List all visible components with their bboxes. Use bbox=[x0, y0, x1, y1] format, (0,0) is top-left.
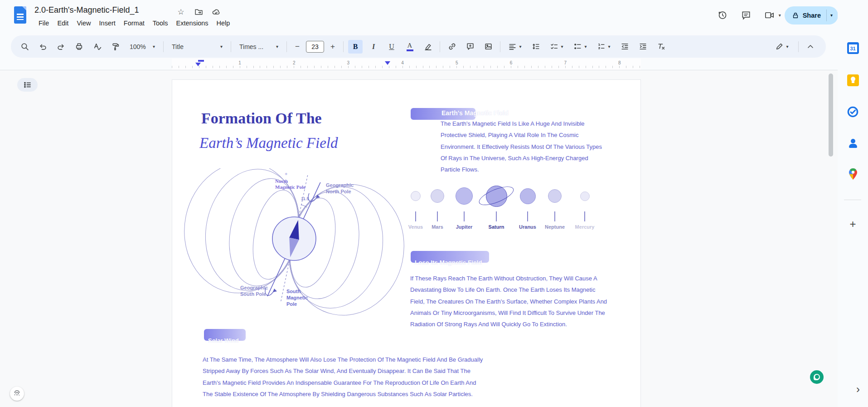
share-label: Share bbox=[803, 12, 821, 19]
align-button[interactable]: ▾ bbox=[505, 40, 525, 54]
collapse-panel-chevron[interactable]: › bbox=[856, 384, 860, 395]
menu-format[interactable]: Format bbox=[120, 19, 149, 28]
paragraph-line[interactable]: Stripped Away By Forces Such As The Sola… bbox=[203, 368, 483, 379]
hide-menus-button[interactable] bbox=[803, 40, 818, 54]
planet-label: Jupiter bbox=[456, 224, 473, 230]
axis-angle-label: 11.5 bbox=[301, 196, 309, 201]
document-page[interactable]: Formation Of The Earth’s Magnetic Field bbox=[172, 79, 641, 407]
planet-circle bbox=[431, 189, 444, 203]
magnetic-field-diagram[interactable]: 11.5 ✦ North Magnetic Pole Geographic No… bbox=[182, 168, 408, 318]
ruler-number: 1 bbox=[238, 60, 241, 65]
left-indent-marker[interactable] bbox=[195, 63, 201, 66]
paragraph-line[interactable]: Environment. It Effectively Resists Most… bbox=[441, 143, 602, 155]
document-title[interactable]: 2.0-Earth's-Magnetic-Field_1 bbox=[34, 5, 139, 15]
menu-extensions[interactable]: Extensions bbox=[172, 19, 213, 28]
insert-link-button[interactable] bbox=[445, 40, 459, 54]
underline-button[interactable]: U bbox=[384, 40, 399, 54]
paint-format-button[interactable] bbox=[108, 40, 122, 54]
svg-text:South Pole: South Pole bbox=[240, 291, 266, 297]
move-folder-icon[interactable] bbox=[194, 7, 204, 17]
italic-button[interactable]: I bbox=[366, 40, 381, 54]
checklist-button[interactable]: ▾ bbox=[547, 40, 567, 54]
fingerprint-button[interactable] bbox=[10, 387, 24, 401]
search-menus-button[interactable] bbox=[17, 40, 32, 54]
section-chip-earths-magnetic-field[interactable]: Earth's Magnetic Field bbox=[411, 108, 475, 120]
paragraph-line[interactable]: The Stable Existence Of The Atmosphere B… bbox=[203, 391, 483, 402]
contacts-button[interactable] bbox=[844, 134, 862, 152]
meet-video-icon[interactable] bbox=[761, 6, 779, 25]
bold-button[interactable]: B bbox=[348, 40, 363, 54]
comments-icon[interactable] bbox=[737, 6, 755, 25]
paragraph-line[interactable]: Radiation Of Strong Rays And Will Quickl… bbox=[410, 321, 607, 332]
document-tabs-button[interactable] bbox=[17, 78, 38, 92]
maps-icon bbox=[848, 168, 858, 181]
calendar-button[interactable]: 31 bbox=[844, 39, 862, 57]
line-spacing-button[interactable] bbox=[529, 40, 543, 54]
print-button[interactable] bbox=[72, 40, 86, 54]
cloud-saved-icon[interactable] bbox=[211, 7, 221, 17]
share-dropdown[interactable]: ▾ bbox=[826, 10, 838, 21]
font-select[interactable]: Times ...▾ bbox=[236, 40, 282, 54]
numbered-list-button[interactable]: ▾ bbox=[594, 40, 614, 54]
get-addons-button[interactable]: + bbox=[844, 215, 862, 233]
decrease-indent-button[interactable] bbox=[617, 40, 632, 54]
vertical-scrollbar[interactable] bbox=[829, 74, 833, 157]
increase-font-size-button[interactable]: + bbox=[327, 40, 339, 54]
first-line-indent-marker[interactable] bbox=[198, 60, 204, 62]
horizontal-ruler[interactable]: 12345678 bbox=[0, 59, 838, 70]
zoom-select[interactable]: 100%▾ bbox=[126, 40, 159, 54]
assistant-chat-fab[interactable] bbox=[810, 370, 824, 384]
menu-view[interactable]: View bbox=[73, 19, 95, 28]
undo-button[interactable] bbox=[35, 40, 50, 54]
menu-file[interactable]: File bbox=[34, 19, 53, 28]
svg-text:✦: ✦ bbox=[284, 172, 288, 177]
paragraph-extinction[interactable]: If These Rays Reach The Earth Without Ob… bbox=[410, 275, 607, 332]
planet-circle bbox=[411, 191, 421, 201]
maps-button[interactable] bbox=[844, 165, 862, 183]
highlight-color-button[interactable] bbox=[421, 40, 435, 54]
redo-button[interactable] bbox=[53, 40, 68, 54]
menu-tools[interactable]: Tools bbox=[149, 19, 172, 28]
paragraph-style-select[interactable]: Title▾ bbox=[168, 40, 226, 54]
doc-heading-line2[interactable]: Earth’s Magnetic Field bbox=[199, 135, 338, 152]
tasks-button[interactable] bbox=[844, 103, 862, 121]
paragraph-line[interactable]: If These Rays Reach The Earth Without Ob… bbox=[410, 275, 607, 286]
decrease-font-size-button[interactable]: − bbox=[291, 40, 303, 54]
font-size-input[interactable]: 23 bbox=[306, 41, 324, 53]
planet-label: Uranus bbox=[519, 224, 536, 230]
paragraph-line[interactable]: Animals Or Tiny Microorganisms, Will Fin… bbox=[410, 309, 607, 321]
paragraph-line[interactable]: Devastating Blow To Life On Earth. Once … bbox=[410, 286, 607, 298]
add-comment-button[interactable] bbox=[463, 40, 477, 54]
docs-logo-icon[interactable] bbox=[14, 6, 26, 24]
paragraph-line[interactable]: Particle Flows. bbox=[441, 166, 602, 177]
paragraph-line[interactable]: Of Rays in The Universe, Such As High-En… bbox=[441, 155, 602, 166]
paragraph-line[interactable]: The Earth's Magnetic Field Is Like A Hug… bbox=[441, 120, 602, 132]
paragraph-line[interactable]: Field, The Creatures On The Earth's Surf… bbox=[410, 298, 607, 309]
paragraph-shield[interactable]: The Earth's Magnetic Field Is Like A Hug… bbox=[441, 120, 602, 177]
paragraph-line[interactable]: At The Same Time, The Atmosphere Will Al… bbox=[203, 356, 483, 368]
section-chip-lose-its-magnetic-field[interactable]: Lose Its Magnetic Field bbox=[411, 251, 489, 263]
increase-indent-button[interactable] bbox=[635, 40, 650, 54]
keep-button[interactable] bbox=[844, 71, 862, 89]
section-chip-solar-wind[interactable]: Solar Wind bbox=[204, 329, 246, 341]
share-button[interactable]: Share ▾ bbox=[785, 6, 838, 25]
ruler-number: 8 bbox=[618, 60, 621, 65]
paragraph-line[interactable]: Protective Shield, Playing A Vital Role … bbox=[441, 132, 602, 143]
insert-image-button[interactable] bbox=[481, 40, 495, 54]
clear-formatting-button[interactable] bbox=[654, 40, 668, 54]
star-icon[interactable]: ☆ bbox=[176, 7, 186, 17]
text-color-button[interactable]: A bbox=[402, 40, 417, 54]
bulleted-list-button[interactable]: ▾ bbox=[570, 40, 590, 54]
menu-edit[interactable]: Edit bbox=[53, 19, 73, 28]
paragraph-line[interactable]: Earth's Magnetic Field Provides An Indis… bbox=[203, 379, 483, 391]
column-indent-marker[interactable] bbox=[385, 61, 390, 65]
meet-dropdown-caret[interactable]: ▾ bbox=[779, 13, 781, 18]
doc-heading-line1[interactable]: Formation Of The bbox=[201, 110, 322, 127]
editing-mode-button[interactable]: ▾ bbox=[770, 40, 794, 54]
menu-help[interactable]: Help bbox=[213, 19, 234, 28]
chip1-label: Earth's Magnetic Field bbox=[441, 109, 509, 117]
version-history-icon[interactable] bbox=[713, 6, 732, 25]
menu-insert[interactable]: Insert bbox=[95, 19, 120, 28]
spellcheck-button[interactable] bbox=[90, 40, 104, 54]
paragraph-atmosphere[interactable]: At The Same Time, The Atmosphere Will Al… bbox=[203, 356, 483, 402]
